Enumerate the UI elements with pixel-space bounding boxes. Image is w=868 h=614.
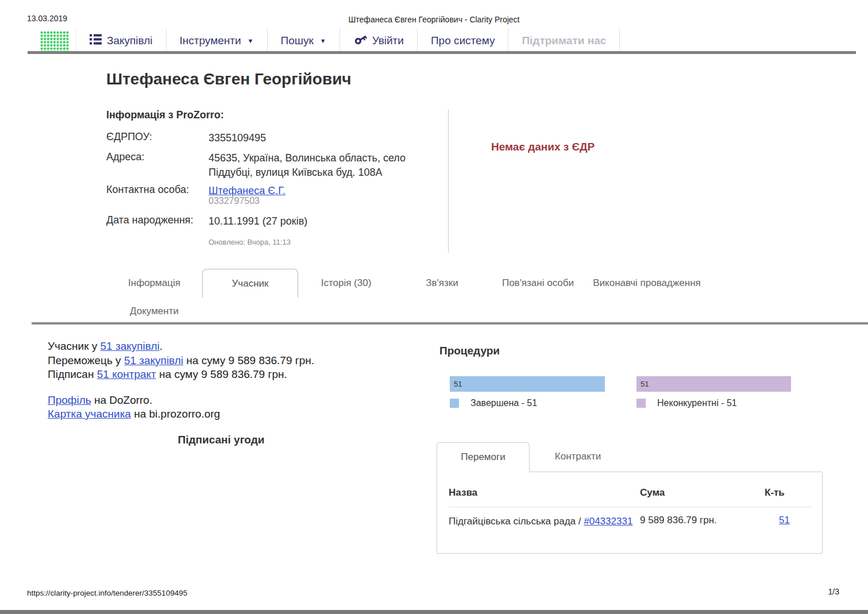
tab-contracts[interactable]: Контракти [530,442,626,471]
table-header-divider [449,507,812,507]
column-header-name: Назва [449,487,477,499]
page: 13.03.2019 Штефанеса Євген Георгійович -… [0,0,868,614]
signed-agreements-title: Підписані угоди [106,434,336,446]
nav-item-label: Закупівлі [107,34,153,47]
nav-item-label: Інструменти [180,34,241,47]
chevron-down-icon: ▼ [320,37,326,44]
field-value-birthdate: 10.11.1991 (27 років) [209,214,422,229]
contact-person-link[interactable]: Штефанеса Є.Г. [209,185,286,196]
summary-line-bi-prozorro: Картка учасника на bi.prozorro.org [48,407,314,422]
nav-underline [28,51,856,54]
table-row-name: Підгайцівська сільська рада / #04332331 [449,515,638,528]
section-divider [32,322,868,325]
list-icon [90,34,102,48]
summary-line-participant: Учасник у 51 закупівлі. [48,339,314,354]
legend-label: Неконкурентні - 51 [657,398,737,408]
noncompetitive-procedures-bar: 51 [636,376,791,392]
field-label-contact: Контактна особа: [106,184,189,196]
table-row-count: 51 [779,515,790,526]
contact-phone: 0332797503 [209,196,260,206]
print-title: Штефанеса Євген Георгійович - Clarity Pr… [0,15,868,24]
legend-noncompetitive: Неконкурентні - 51 [636,398,737,408]
table-row-sum: 9 589 836.79 грн. [640,515,717,526]
nav-item-support-us[interactable]: Підтримати нас [508,29,620,52]
nav-item-purchases[interactable]: Закупівлі [76,29,167,52]
chevron-down-icon: ▼ [248,37,254,44]
footer-url: https://clarity-project.info/tenderer/33… [27,589,187,597]
nav-item-tools[interactable]: Інструменти ▼ [167,29,268,52]
nav-item-login[interactable]: Увійти [340,29,418,52]
info-vertical-divider [448,109,449,253]
nav-item-label: Пошук [281,34,314,47]
clarity-logo-icon[interactable] [40,31,69,52]
nav-item-label: Підтримати нас [522,34,606,47]
nav-item-search[interactable]: Пошук ▼ [268,29,340,52]
legend-label: Завершена - 51 [470,398,537,408]
procedures-title: Процедури [439,345,500,357]
dozorro-profile-link[interactable]: Профіль [48,394,91,406]
page-bottom-bar [0,610,868,614]
prozorro-info-title: Інформація з ProZorro: [106,109,224,121]
participant-summary: Учасник у 51 закупівлі. Переможець у 51 … [48,339,314,422]
wins-table-panel: Назва Сума К-ть Підгайцівська сільська р… [437,472,823,554]
edr-status-message: Немає даних з ЄДР [491,141,595,153]
legend-swatch-purple [636,399,646,408]
tab-wins[interactable]: Перемоги [437,442,530,472]
navbar: Закупівлі Інструменти ▼ Пошук ▼ Увійти П… [28,29,620,52]
legend-swatch-blue [450,399,459,408]
bar-value-label: 51 [636,380,649,388]
page-title: Штефанеса Євген Георгійович [106,70,352,88]
tab-history[interactable]: Історія (30) [298,269,394,298]
wins-count-link[interactable]: 51 закупівлі [124,354,183,366]
summary-line-winner: Переможець у 51 закупівлі на суму 9 589 … [48,354,314,368]
summary-line-dozorro: Профіль на DoZorro. [48,393,314,408]
footer-page-number: 1/3 [828,587,839,596]
nav-item-label: Про систему [431,34,495,47]
tab-documents[interactable]: Документи [106,303,202,319]
nav-item-label: Увійти [372,34,404,47]
bi-prozorro-card-link[interactable]: Картка учасника [48,408,131,420]
field-label-address: Адреса: [106,151,145,163]
tab-information[interactable]: Інформація [106,269,202,298]
key-icon [353,32,367,49]
tab-connections[interactable]: Зв'язки [394,269,490,298]
column-header-count: К-ть [765,487,785,499]
bar-value-label: 51 [450,380,462,388]
purchases-count-link[interactable]: 51 закупівлі [101,340,160,352]
legend-completed: Завершена - 51 [450,398,537,408]
field-value-address: 45635, Україна, Волинська область, село … [209,151,422,180]
nav-item-about[interactable]: Про систему [418,29,509,52]
tab-enforcement[interactable]: Виконавчі провадження [586,269,708,298]
contracts-count-link[interactable]: 51 контракт [97,368,156,380]
buyer-code-link[interactable]: #04332331 [584,516,632,527]
tab-related-persons[interactable]: Пов'язані особи [490,269,586,298]
completed-procedures-bar: 51 [450,376,605,392]
column-header-sum: Сума [640,487,665,499]
tab-participant[interactable]: Учасник [202,269,298,298]
field-label-edrpou: ЄДРПОУ: [106,131,152,143]
field-label-birthdate: Дата народження: [106,214,194,226]
summary-line-contracts: Підписан 51 контракт на суму 9 589 836.7… [48,368,314,382]
profile-tabs: Інформація Учасник Історія (30) Зв'язки … [106,269,708,298]
row-count-link[interactable]: 51 [779,515,790,526]
updated-timestamp: Оновлено: Вчора, 11:13 [209,238,291,246]
field-value-edrpou: 3355109495 [209,131,422,145]
